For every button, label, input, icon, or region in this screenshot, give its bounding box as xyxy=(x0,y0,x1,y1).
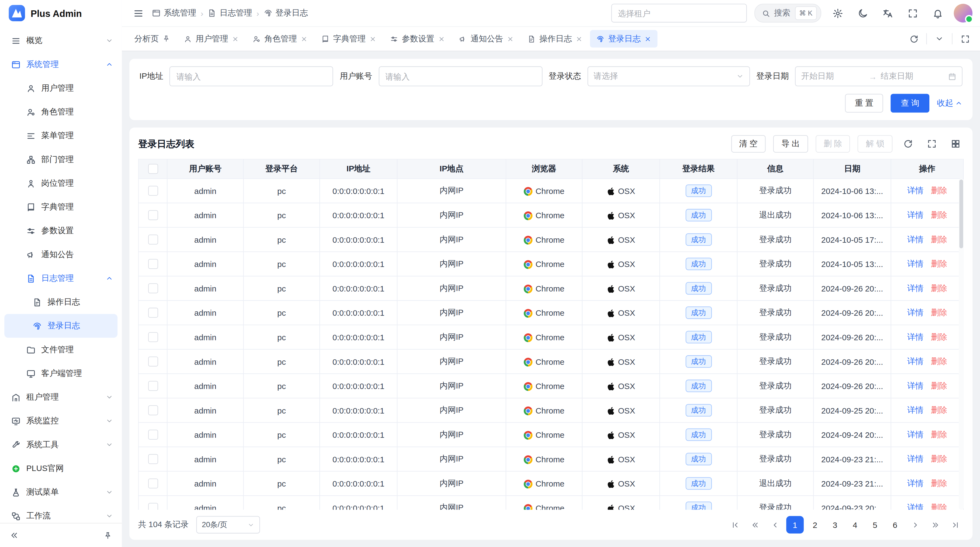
sidebar-item-oplog[interactable]: 操作日志 xyxy=(0,290,122,314)
avatar[interactable] xyxy=(954,4,973,22)
detail-link[interactable]: 详情 xyxy=(907,283,924,294)
last-page-button[interactable] xyxy=(946,516,964,533)
export-button[interactable]: 导 出 xyxy=(773,135,808,153)
sidebar-item-workflow[interactable]: 工作流 xyxy=(0,504,122,523)
sidebar-item-menu[interactable]: 菜单管理 xyxy=(0,124,122,148)
sidebar-item-monitor[interactable]: 系统监控 xyxy=(0,409,122,433)
reset-button[interactable]: 重 置 xyxy=(845,94,883,113)
unlock-button[interactable]: 解 锁 xyxy=(858,135,892,153)
sidebar-item-log[interactable]: 日志管理 xyxy=(0,266,122,290)
menu-toggle-button[interactable] xyxy=(129,4,147,22)
delete-button[interactable]: 删 除 xyxy=(816,135,850,153)
breadcrumb-item-log[interactable]: 日志管理 xyxy=(208,8,252,19)
next-page-button[interactable] xyxy=(906,516,924,533)
delete-link[interactable]: 删除 xyxy=(931,380,947,391)
delete-link[interactable]: 删除 xyxy=(931,478,947,489)
content-fullscreen-button[interactable] xyxy=(956,30,974,48)
sidebar-item-file[interactable]: 文件管理 xyxy=(0,338,122,362)
sidebar-item-overview[interactable]: 概览 xyxy=(0,29,122,53)
user-account-input[interactable] xyxy=(379,66,542,86)
sidebar-item-param[interactable]: 参数设置 xyxy=(0,219,122,243)
row-checkbox[interactable] xyxy=(148,259,158,269)
delete-link[interactable]: 删除 xyxy=(931,356,947,367)
scrollbar-thumb[interactable] xyxy=(959,180,963,249)
row-checkbox[interactable] xyxy=(148,454,158,464)
sidebar-item-client[interactable]: 客户端管理 xyxy=(0,362,122,385)
tab-loginlog[interactable]: 登录日志 xyxy=(590,30,657,48)
delete-link[interactable]: 删除 xyxy=(931,283,947,294)
tab-close-icon[interactable] xyxy=(301,35,307,42)
tab-close-icon[interactable] xyxy=(232,35,239,42)
detail-link[interactable]: 详情 xyxy=(907,356,924,367)
detail-link[interactable]: 详情 xyxy=(907,502,924,510)
tab-user[interactable]: 用户管理 xyxy=(178,30,245,48)
page-button-2[interactable]: 2 xyxy=(806,516,824,533)
prev-5-pages-button[interactable] xyxy=(746,516,764,533)
tab-param[interactable]: 参数设置 xyxy=(384,30,451,48)
sidebar-item-loginlog[interactable]: 登录日志 xyxy=(4,314,118,338)
breadcrumb-item-loginlog[interactable]: 登录日志 xyxy=(264,8,308,19)
tab-oplog[interactable]: 操作日志 xyxy=(521,30,589,48)
ip-address-input[interactable] xyxy=(170,66,334,86)
sidebar-collapse-button[interactable] xyxy=(8,528,22,542)
page-button-1[interactable]: 1 xyxy=(786,516,803,533)
detail-link[interactable]: 详情 xyxy=(907,185,924,196)
app-logo[interactable]: Plus Admin xyxy=(0,0,122,26)
global-search-button[interactable]: 搜索 ⌘ K xyxy=(754,4,821,22)
row-checkbox[interactable] xyxy=(148,186,158,196)
detail-link[interactable]: 详情 xyxy=(907,405,924,416)
tab-close-icon[interactable] xyxy=(644,35,651,42)
login-status-select[interactable]: 请选择 xyxy=(587,66,750,86)
delete-link[interactable]: 删除 xyxy=(931,234,947,245)
delete-link[interactable]: 删除 xyxy=(931,258,947,270)
clear-button[interactable]: 清 空 xyxy=(731,135,766,153)
tab-dict[interactable]: 字典管理 xyxy=(315,30,382,48)
row-checkbox[interactable] xyxy=(148,357,158,367)
row-checkbox[interactable] xyxy=(148,405,158,415)
delete-link[interactable]: 删除 xyxy=(931,185,947,196)
row-checkbox[interactable] xyxy=(148,284,158,293)
sidebar-item-system[interactable]: 系统管理 xyxy=(0,53,122,76)
select-all-checkbox[interactable] xyxy=(148,164,158,174)
row-checkbox[interactable] xyxy=(148,381,158,391)
detail-link[interactable]: 详情 xyxy=(907,478,924,489)
row-checkbox[interactable] xyxy=(148,210,158,220)
settings-button[interactable] xyxy=(829,4,846,22)
collapse-filter-link[interactable]: 收起 xyxy=(937,97,963,109)
login-date-range-picker[interactable]: 开始日期 → 结束日期 xyxy=(795,66,962,86)
sidebar-item-test[interactable]: 测试菜单 xyxy=(0,480,122,504)
delete-link[interactable]: 删除 xyxy=(931,332,947,343)
tab-close-icon[interactable] xyxy=(438,35,445,42)
detail-link[interactable]: 详情 xyxy=(907,258,924,270)
row-checkbox[interactable] xyxy=(148,235,158,245)
sidebar-item-post[interactable]: 岗位管理 xyxy=(0,171,122,195)
tab-close-icon[interactable] xyxy=(576,35,582,42)
detail-link[interactable]: 详情 xyxy=(907,307,924,318)
table-scrollbar[interactable] xyxy=(959,178,964,510)
row-checkbox[interactable] xyxy=(148,478,158,489)
page-size-select[interactable]: 20条/页 xyxy=(196,516,260,533)
sidebar-item-plus-site[interactable]: PLUS官网 xyxy=(0,456,122,480)
language-button[interactable] xyxy=(879,4,896,22)
detail-link[interactable]: 详情 xyxy=(907,454,924,465)
breadcrumb-item-system[interactable]: 系统管理 xyxy=(152,8,196,19)
dark-mode-button[interactable] xyxy=(854,4,871,22)
tab-close-icon[interactable] xyxy=(369,35,376,42)
first-page-button[interactable] xyxy=(726,516,744,533)
delete-link[interactable]: 删除 xyxy=(931,405,947,416)
tab-role[interactable]: 角色管理 xyxy=(247,30,314,48)
refresh-tab-button[interactable] xyxy=(905,30,922,48)
page-button-5[interactable]: 5 xyxy=(866,516,884,533)
detail-link[interactable]: 详情 xyxy=(907,332,924,343)
tenant-select-input[interactable] xyxy=(611,4,746,22)
fullscreen-button[interactable] xyxy=(904,4,921,22)
detail-link[interactable]: 详情 xyxy=(907,234,924,245)
row-checkbox[interactable] xyxy=(148,430,158,440)
detail-link[interactable]: 详情 xyxy=(907,429,924,440)
column-settings-button[interactable] xyxy=(948,136,964,152)
sidebar-item-dept[interactable]: 部门管理 xyxy=(0,148,122,171)
page-button-4[interactable]: 4 xyxy=(846,516,864,533)
detail-link[interactable]: 详情 xyxy=(907,380,924,391)
page-button-6[interactable]: 6 xyxy=(886,516,904,533)
delete-link[interactable]: 删除 xyxy=(931,307,947,318)
